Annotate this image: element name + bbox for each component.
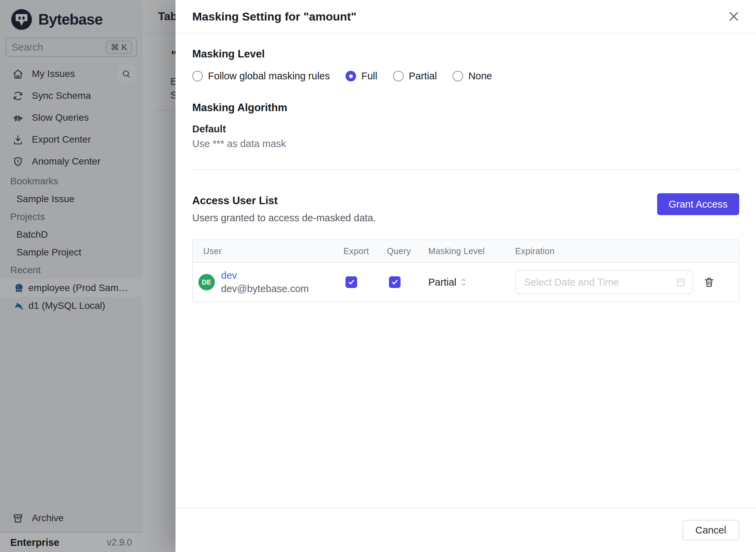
export-cell — [343, 276, 387, 288]
radio-label: Full — [361, 70, 377, 82]
close-button[interactable] — [726, 9, 742, 24]
access-user-list-description: Users granted to access de-masked data. — [192, 212, 739, 224]
access-user-table: User Export Query Masking Level Expirati… — [192, 239, 739, 302]
table-row: DE dev dev@bytebase.com — [193, 262, 739, 302]
section-divider — [192, 169, 739, 170]
column-header-expiration: Expiration — [515, 246, 739, 256]
delete-row-button[interactable] — [703, 276, 715, 288]
radio-label: Follow global masking rules — [208, 70, 330, 82]
masking-level-value: Partial — [428, 277, 456, 288]
radio-follow-global[interactable]: Follow global masking rules — [192, 70, 330, 82]
radio-circle[interactable] — [453, 71, 463, 81]
modal-footer: Cancel — [175, 508, 756, 552]
calendar-icon — [675, 277, 686, 288]
column-header-query: Query — [387, 246, 428, 256]
table-header-row: User Export Query Masking Level Expirati… — [193, 240, 739, 262]
expiration-datetime-input[interactable] — [515, 270, 693, 294]
algorithm-description: Use *** as data mask — [192, 138, 739, 149]
column-header-user: User — [193, 246, 343, 256]
algorithm-name: Default — [192, 123, 739, 135]
radio-circle[interactable] — [393, 71, 404, 81]
user-email: dev@bytebase.com — [221, 283, 309, 295]
radio-full[interactable]: Full — [346, 70, 377, 82]
cancel-button[interactable]: Cancel — [682, 520, 739, 540]
radio-circle-checked[interactable] — [346, 71, 356, 81]
column-header-export: Export — [343, 246, 387, 256]
trash-icon — [703, 276, 715, 288]
radio-circle[interactable] — [192, 71, 203, 81]
app-root: Bytebase ⌘ K My Issues Sync Schema Slow … — [0, 0, 756, 552]
user-cell: DE dev dev@bytebase.com — [193, 270, 343, 295]
masking-setting-modal: Masking Setting for "amount" Masking Lev… — [175, 0, 756, 552]
radio-label: None — [468, 70, 492, 82]
close-icon — [727, 10, 740, 23]
query-checkbox-checked[interactable] — [389, 276, 401, 288]
row-masking-level-select[interactable]: Partial — [428, 277, 515, 288]
radio-partial[interactable]: Partial — [393, 70, 437, 82]
query-cell — [387, 276, 428, 288]
masking-algorithm-heading: Masking Algorithm — [192, 102, 739, 114]
modal-body: Masking Level Follow global masking rule… — [175, 48, 756, 302]
masking-level-radio-group: Follow global masking rules Full Partial… — [192, 70, 739, 82]
radio-label: Partial — [409, 70, 437, 82]
modal-header: Masking Setting for "amount" — [175, 0, 756, 34]
masking-level-heading: Masking Level — [192, 48, 739, 60]
export-checkbox-checked[interactable] — [346, 276, 357, 288]
avatar: DE — [198, 274, 215, 290]
check-icon — [391, 278, 399, 286]
expiration-cell — [515, 270, 739, 294]
modal-title: Masking Setting for "amount" — [192, 10, 356, 23]
chevron-up-down-icon — [460, 277, 467, 287]
grant-access-button[interactable]: Grant Access — [657, 193, 739, 215]
user-name-link[interactable]: dev — [221, 270, 309, 281]
check-icon — [347, 278, 355, 286]
access-user-list-header: Access User List Users granted to access… — [192, 195, 739, 224]
column-header-masking-level: Masking Level — [428, 246, 515, 256]
radio-none[interactable]: None — [453, 70, 492, 82]
expiration-input-field[interactable] — [524, 277, 675, 288]
